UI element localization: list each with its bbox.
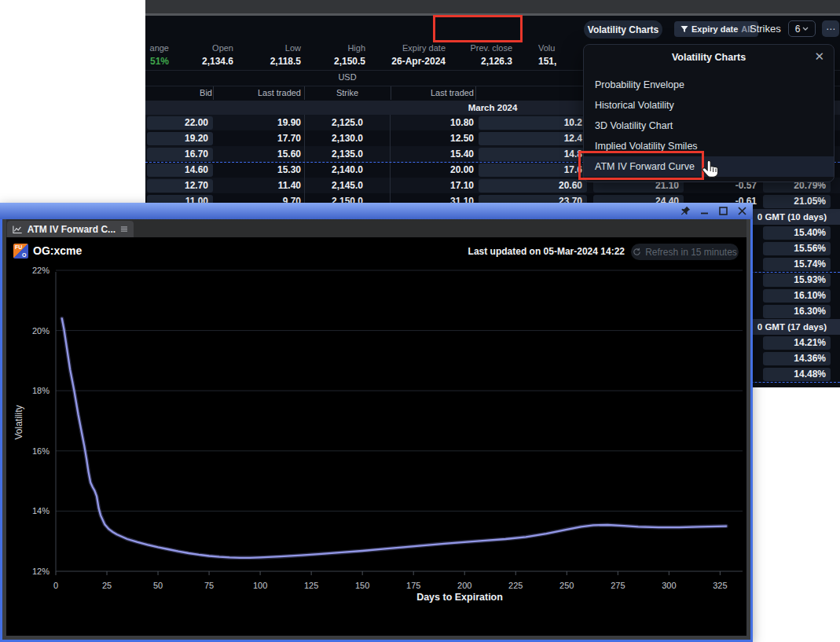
x-tick-label: 300 (662, 581, 676, 590)
x-tick-label: 50 (153, 581, 163, 590)
bid-chip[interactable]: 19.20 (147, 132, 213, 145)
menu-item-3d-volatility-chart[interactable]: 3D Volatility Chart (584, 116, 834, 136)
volatility-charts-button[interactable]: Volatility Charts (584, 20, 662, 39)
menu-item-probability-envelope[interactable]: Probability Envelope (584, 75, 834, 95)
put-bid-chip[interactable]: 12.4 (479, 132, 587, 145)
y-tick-label: 12% (32, 567, 50, 576)
more-options-button[interactable]: ⋯ (822, 20, 839, 37)
column-separator (213, 86, 214, 100)
last-traded-cell: 15.30 (238, 163, 301, 176)
put-last-traded-cell: 12.50 (411, 132, 474, 145)
x-tick-label: 200 (457, 581, 471, 590)
screenshot-canvas: Volatility Charts Expiry date All Strike… (0, 0, 840, 642)
iv-value-chip[interactable]: 16.30% (763, 305, 831, 318)
x-tick-label: 150 (355, 581, 369, 590)
put-last-traded-cell: 20.00 (411, 163, 474, 176)
refresh-icon (633, 248, 641, 256)
put-bid-chip[interactable]: 20.60 (479, 179, 587, 193)
put-last-traded-cell: 15.40 (411, 148, 474, 160)
y-tick-label: 16% (32, 446, 50, 456)
summary-value-1: 2,134.6 (171, 56, 233, 68)
iv-chip[interactable]: 21.05% (763, 195, 831, 208)
tab-atm-iv-forward-curve[interactable]: ATM IV Forward C... (7, 221, 134, 237)
x-tick-label: 25 (102, 581, 112, 590)
x-tick-label: 0 (53, 581, 58, 590)
col-header-last-traded: Last traded (238, 88, 301, 99)
last-traded-cell: 15.60 (238, 148, 301, 160)
x-axis-title: Days to Expiration (416, 592, 503, 603)
iv-value-chip[interactable]: 14.21% (763, 336, 831, 350)
maximize-icon[interactable] (717, 205, 729, 217)
atm-iv-forward-curve-window: ATM IV Forward C... 12%14%16%18%20%22%02… (0, 203, 753, 642)
x-tick-label: 250 (559, 581, 574, 590)
last-traded-cell: 17.70 (238, 132, 301, 145)
put-bid-chip[interactable]: 10.2 (479, 116, 587, 130)
minimize-icon[interactable] (699, 205, 710, 217)
summary-value-0: 51% (114, 56, 169, 68)
window-top-strip (145, 0, 840, 13)
column-separator (391, 86, 391, 100)
chevron-down-icon (802, 27, 809, 31)
refresh-button-label: Refresh in 15 minutes (645, 247, 737, 258)
put-bid-chip[interactable]: 14.8 (479, 148, 587, 161)
close-window-icon[interactable] (736, 205, 748, 217)
iv-value-chip[interactable]: 14.36% (763, 352, 831, 365)
bid-chip[interactable]: 12.70 (147, 179, 213, 193)
refresh-button[interactable]: Refresh in 15 minutes (631, 244, 739, 260)
futures-option-instrument-icon: FU O (13, 244, 28, 259)
menu-item-implied-volatility-smiles[interactable]: Implied Volatility Smiles (584, 136, 834, 156)
col-header-strike: Strike (304, 88, 391, 99)
window-top-strip-highlight (145, 13, 840, 16)
bid-chip[interactable]: 14.60 (147, 163, 213, 177)
last-traded-cell: 19.90 (238, 116, 301, 129)
iv-value-chip[interactable]: 15.74% (763, 258, 831, 271)
column-separator (475, 86, 476, 100)
iv-value-chip[interactable]: 14.48% (763, 368, 831, 381)
hamburger-menu-icon[interactable] (120, 226, 128, 233)
y-tick-label: 22% (32, 266, 50, 275)
x-tick-label: 125 (304, 581, 318, 590)
column-separator (304, 86, 305, 100)
put-bid-chip[interactable]: 17.6 (479, 163, 587, 177)
summary-header-1: Open (171, 43, 233, 55)
window-controls (680, 203, 748, 219)
y-tick-label: 18% (32, 386, 50, 395)
summary-header-2: Low (238, 43, 301, 55)
iv-value-chip[interactable]: 15.40% (763, 226, 831, 240)
expiry-date-filter[interactable]: Expiry date All (674, 21, 758, 37)
last-traded-cell: 11.40 (238, 179, 301, 192)
chart-content: 12%14%16%18%20%22%0255075100125150175200… (6, 237, 746, 636)
iv-value-chip[interactable]: 15.56% (763, 242, 831, 255)
icon-text-fu: FU (15, 244, 22, 250)
x-tick-label: 175 (406, 581, 420, 590)
put-last-traded-cell: 10.80 (411, 116, 474, 129)
iv-value-chip[interactable]: 16.10% (763, 289, 831, 303)
strikes-value: 6 (795, 24, 801, 35)
pin-icon[interactable] (680, 205, 691, 217)
window-titlebar[interactable] (0, 203, 753, 219)
tab-title: ATM IV Forward C... (28, 224, 116, 235)
menu-item-historical-volatility[interactable]: Historical Volatility (584, 95, 834, 116)
strikes-select[interactable]: 6 (788, 20, 816, 37)
curve-glow (62, 318, 726, 558)
menu-title: Volatility Charts (584, 52, 834, 63)
funnel-icon (680, 25, 688, 33)
summary-value-4: 26-Apr-2024 (364, 56, 446, 68)
strikes-label: Strikes (750, 23, 781, 35)
bid-chip[interactable]: 16.70 (147, 148, 213, 161)
currency-label: USD (304, 72, 391, 82)
summary-header-5: Prev. close (446, 43, 512, 55)
expiry-date-label: Expiry date (691, 24, 738, 34)
symbol-label: OG:xcme (33, 244, 82, 257)
summary-value-5: 2,126.3 (446, 56, 512, 68)
y-tick-label: 14% (32, 506, 50, 515)
col-header-bid: Bid (165, 88, 212, 99)
x-tick-label: 275 (611, 581, 625, 590)
col-header-put-last-traded: Last traded (411, 88, 474, 99)
close-icon[interactable]: ✕ (814, 50, 824, 64)
bid-chip[interactable]: 22.00 (147, 116, 213, 130)
x-tick-label: 75 (204, 581, 214, 590)
iv-value-chip[interactable]: 15.93% (763, 273, 831, 287)
y-tick-label: 20% (32, 326, 50, 336)
y-axis-title: Volatility (13, 405, 24, 439)
